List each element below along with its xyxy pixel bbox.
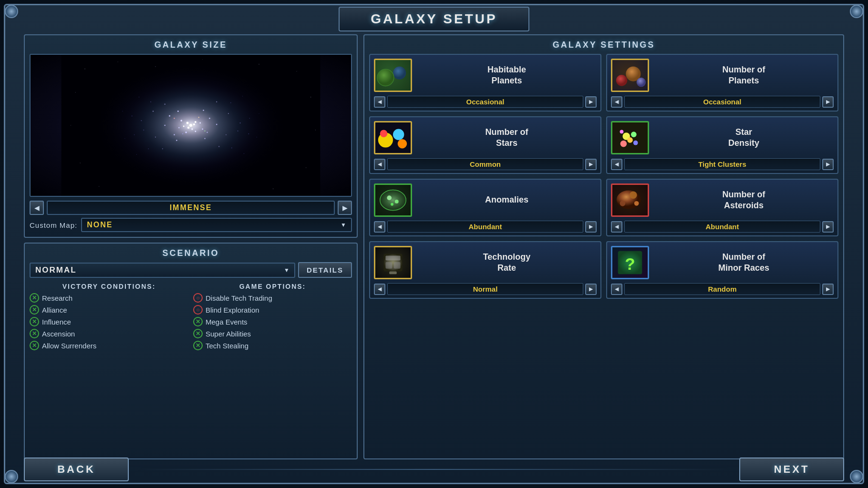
bolt-top-right bbox=[850, 5, 863, 18]
option-label-blind: Blind Exploration bbox=[206, 306, 259, 314]
habitable-planets-prev[interactable]: ◀ bbox=[374, 96, 385, 108]
setting-card-number-planets: Number ofPlanets ◀ Occasional ▶ bbox=[606, 54, 838, 112]
svg-point-2 bbox=[117, 61, 118, 62]
svg-point-5 bbox=[258, 64, 259, 65]
svg-point-55 bbox=[150, 102, 151, 102]
anomalies-icon bbox=[374, 183, 412, 217]
svg-point-46 bbox=[218, 146, 219, 147]
svg-rect-100 bbox=[389, 272, 397, 274]
tech-rate-prev[interactable]: ◀ bbox=[374, 284, 385, 295]
list-item: ✕ Super Abilities bbox=[193, 329, 352, 338]
star-density-next[interactable]: ▶ bbox=[822, 159, 834, 170]
condition-check-alliance: ✕ bbox=[30, 305, 39, 315]
svg-point-50 bbox=[238, 131, 238, 132]
svg-point-85 bbox=[627, 137, 633, 143]
custom-map-label: Custom Map: bbox=[30, 221, 77, 229]
svg-point-92 bbox=[617, 191, 641, 209]
svg-point-23 bbox=[180, 120, 182, 122]
svg-point-45 bbox=[162, 148, 163, 149]
svg-point-69 bbox=[182, 133, 183, 134]
star-density-icon bbox=[611, 121, 649, 154]
svg-point-13 bbox=[99, 186, 99, 187]
number-asteroids-next[interactable]: ▶ bbox=[822, 221, 834, 233]
anomalies-next[interactable]: ▶ bbox=[585, 221, 597, 233]
number-asteroids-icon bbox=[611, 183, 649, 217]
setting-card-inner: StarDensity bbox=[607, 117, 837, 158]
setting-card-star-density: StarDensity ◀ Tight Clusters ▶ bbox=[606, 116, 838, 174]
setting-card-inner: Anomalies bbox=[370, 180, 600, 221]
list-item: ○ Disable Tech Trading bbox=[193, 293, 352, 303]
number-stars-icon bbox=[374, 121, 412, 154]
habitable-planets-next[interactable]: ▶ bbox=[585, 96, 597, 108]
habitable-planets-name: HabitablePlanets bbox=[417, 64, 597, 87]
svg-point-35 bbox=[177, 111, 179, 112]
size-prev-button[interactable]: ◀ bbox=[30, 201, 44, 215]
anomalies-prev[interactable]: ◀ bbox=[374, 221, 385, 233]
next-button[interactable]: Next bbox=[739, 458, 844, 481]
setting-card-number-stars: Number ofStars ◀ Common ▶ bbox=[369, 116, 601, 174]
scenario-dropdown[interactable]: Normal ▼ bbox=[30, 263, 295, 278]
number-planets-next[interactable]: ▶ bbox=[822, 96, 834, 108]
svg-point-14 bbox=[273, 188, 274, 189]
svg-point-44 bbox=[216, 102, 217, 102]
number-asteroids-prev[interactable]: ◀ bbox=[611, 221, 622, 233]
star-density-prev[interactable]: ◀ bbox=[611, 159, 622, 170]
svg-point-26 bbox=[195, 131, 196, 132]
star-density-name: StarDensity bbox=[654, 127, 834, 149]
custom-map-row: Custom Map: None ▼ bbox=[30, 218, 352, 232]
svg-point-59 bbox=[122, 111, 123, 112]
svg-point-42 bbox=[226, 134, 227, 135]
condition-check-ascension: ✕ bbox=[30, 329, 39, 338]
number-planets-control: ◀ Occasional ▶ bbox=[607, 96, 837, 111]
svg-point-67 bbox=[174, 118, 175, 119]
svg-point-37 bbox=[176, 140, 177, 141]
list-item: ✕ Tech Stealing bbox=[193, 341, 352, 350]
svg-point-66 bbox=[244, 153, 244, 154]
anomalies-control: ◀ Abundant ▶ bbox=[370, 221, 600, 235]
setting-card-tech-rate: TechnologyRate ◀ Normal ▶ bbox=[369, 241, 601, 299]
number-asteroids-control: ◀ Abundant ▶ bbox=[607, 221, 837, 235]
svg-point-53 bbox=[134, 134, 135, 135]
svg-point-60 bbox=[258, 113, 259, 114]
svg-point-40 bbox=[228, 113, 229, 114]
game-options-header: Game Options: bbox=[193, 283, 352, 290]
svg-point-34 bbox=[216, 124, 217, 125]
svg-point-94 bbox=[620, 201, 626, 206]
condition-label-surrenders: Allow Surrenders bbox=[42, 342, 96, 350]
number-stars-prev[interactable]: ◀ bbox=[374, 159, 385, 170]
list-item: ✕ Influence bbox=[30, 317, 188, 326]
number-planets-name: Number ofPlanets bbox=[654, 64, 834, 87]
main-content: Galaxy Size bbox=[24, 34, 844, 459]
anomalies-value: Abundant bbox=[387, 221, 583, 233]
tech-rate-next[interactable]: ▶ bbox=[585, 284, 597, 295]
setting-card-inner: Number ofAsteroids bbox=[607, 180, 837, 221]
svg-rect-97 bbox=[385, 255, 400, 260]
svg-point-19 bbox=[187, 127, 189, 129]
custom-map-dropdown[interactable]: None ▼ bbox=[81, 218, 352, 232]
svg-point-88 bbox=[387, 195, 392, 200]
svg-point-86 bbox=[620, 130, 624, 133]
minor-races-value: Random bbox=[624, 283, 820, 295]
minor-races-next[interactable]: ▶ bbox=[822, 284, 834, 295]
svg-point-51 bbox=[132, 115, 133, 116]
setting-card-number-asteroids: Number ofAsteroids ◀ Abundant ▶ bbox=[606, 179, 838, 236]
number-planets-prev[interactable]: ◀ bbox=[611, 96, 622, 108]
option-label-mega: Mega Events bbox=[206, 318, 248, 326]
minor-races-prev[interactable]: ◀ bbox=[611, 284, 622, 295]
game-options-col: Game Options: ○ Disable Tech Trading ○ B… bbox=[193, 283, 352, 353]
number-asteroids-name: Number ofAsteroids bbox=[654, 189, 834, 212]
list-item: ✕ Mega Events bbox=[193, 317, 352, 326]
svg-point-76 bbox=[637, 78, 646, 87]
back-button[interactable]: Back bbox=[24, 458, 129, 481]
left-panel: Galaxy Size bbox=[24, 34, 358, 459]
svg-point-28 bbox=[202, 129, 203, 130]
scenario-selector: Normal ▼ Details bbox=[30, 262, 352, 278]
svg-point-80 bbox=[398, 139, 407, 148]
details-button[interactable]: Details bbox=[298, 262, 352, 278]
svg-point-54 bbox=[248, 133, 249, 134]
size-next-button[interactable]: ▶ bbox=[338, 201, 352, 215]
svg-point-83 bbox=[620, 141, 627, 147]
scenario-dropdown-arrow-icon: ▼ bbox=[284, 267, 289, 274]
custom-map-value: None bbox=[87, 221, 113, 229]
number-stars-next[interactable]: ▶ bbox=[585, 159, 597, 170]
